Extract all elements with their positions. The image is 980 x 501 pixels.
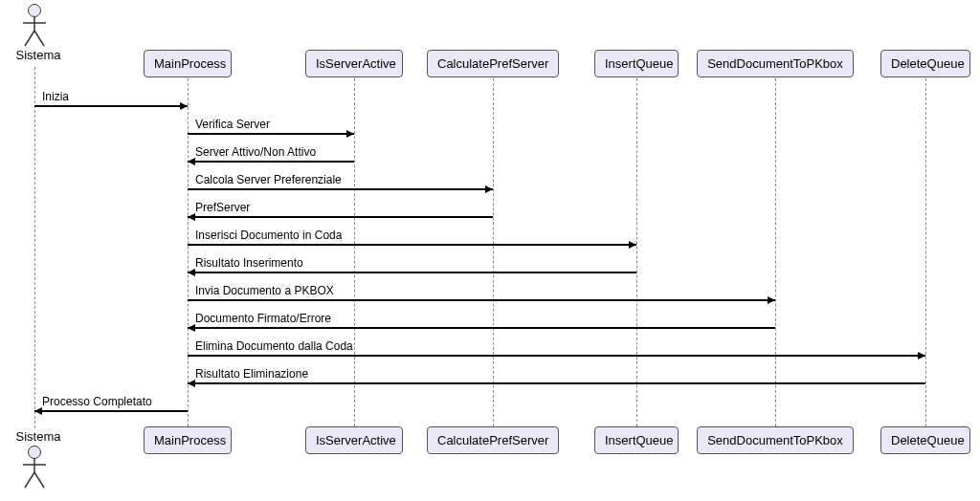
message-label: Documento Firmato/Errore [195,312,331,325]
arrow-right-icon [918,352,925,359]
message-label: Risultato Eliminazione [195,367,308,381]
message-arrow: Documento Firmato/Errore [188,314,775,331]
actor-label-top: Sistema [10,48,67,62]
arrow-right-icon [180,102,188,110]
participant-isactive-top: IsServerActive [305,50,403,77]
message-arrow: Elimina Documento dalla Coda [188,341,925,359]
message-arrow: PrefServer [188,203,493,220]
participant-main-top: MainProcess [144,50,232,77]
message-line [188,272,636,273]
message-arrow: Invia Documento a PKBOX [188,286,775,303]
message-arrow: Inserisci Documento in Coda [188,230,636,248]
arrow-right-icon [485,185,493,193]
message-label: Inserisci Documento in Coda [195,229,342,242]
arrow-left-icon [188,269,195,276]
participant-sendpk-top: SendDocumentToPKbox [697,50,854,77]
message-line [188,355,925,357]
participant-main-bottom: MainProcess [144,426,232,454]
message-line [34,105,188,107]
message-arrow: Processo Completato [34,397,188,414]
message-line [188,299,775,301]
svg-line-3 [34,31,44,46]
message-line [188,161,354,163]
participant-calcpref-top: CalculatePrefServer [427,50,559,77]
message-line [188,216,493,218]
arrow-left-icon [34,407,42,415]
message-arrow: Server Attivo/Non Attivo [188,147,354,164]
lifeline-actor [34,67,35,428]
message-label: Elimina Documento dalla Coda [195,339,353,353]
message-line [188,188,493,190]
message-label: Server Attivo/Non Attivo [195,145,316,159]
actor-stick-top [19,17,50,50]
message-arrow: Calcola Server Preferenziale [188,175,493,192]
message-label: Risultato Inserimento [195,256,303,270]
arrow-left-icon [188,324,195,332]
arrow-right-icon [629,241,636,249]
message-label: Invia Documento a PKBOX [195,284,334,297]
message-line [188,327,775,329]
participant-deleteq-top: DeleteQueue [880,50,970,77]
message-line [188,244,636,246]
actor-stick-bottom [19,459,50,491]
lifeline-deleteq [925,78,926,426]
arrow-left-icon [188,213,195,221]
actor-label-bottom: Sistema [10,429,67,444]
arrow-left-icon [188,380,195,387]
svg-line-6 [25,472,34,488]
participant-sendpk-bottom: SendDocumentToPKbox [697,426,854,454]
message-arrow: Risultato Inserimento [188,258,636,275]
actor-head-top [28,4,41,17]
message-line [34,410,188,412]
participant-insertq-bottom: InsertQueue [594,426,679,454]
svg-line-7 [34,472,44,488]
message-line [188,133,354,135]
message-label: PrefServer [195,201,250,214]
message-line [188,382,925,384]
arrow-right-icon [346,130,354,138]
participant-insertq-top: InsertQueue [594,50,679,77]
participant-deleteq-bottom: DeleteQueue [880,426,970,454]
message-label: Verifica Server [195,118,270,131]
message-label: Calcola Server Preferenziale [195,173,342,186]
arrow-left-icon [188,158,195,165]
message-arrow: Verifica Server [188,120,354,137]
message-arrow: Risultato Eliminazione [188,369,925,386]
message-arrow: Inizia [34,92,188,109]
participant-calcpref-bottom: CalculatePrefServer [427,426,559,454]
message-label: Inizia [42,90,69,103]
message-label: Processo Completato [42,395,152,408]
participant-isactive-bottom: IsServerActive [305,426,403,454]
arrow-right-icon [768,296,775,304]
svg-line-2 [25,31,34,46]
actor-head-bottom [28,446,41,459]
